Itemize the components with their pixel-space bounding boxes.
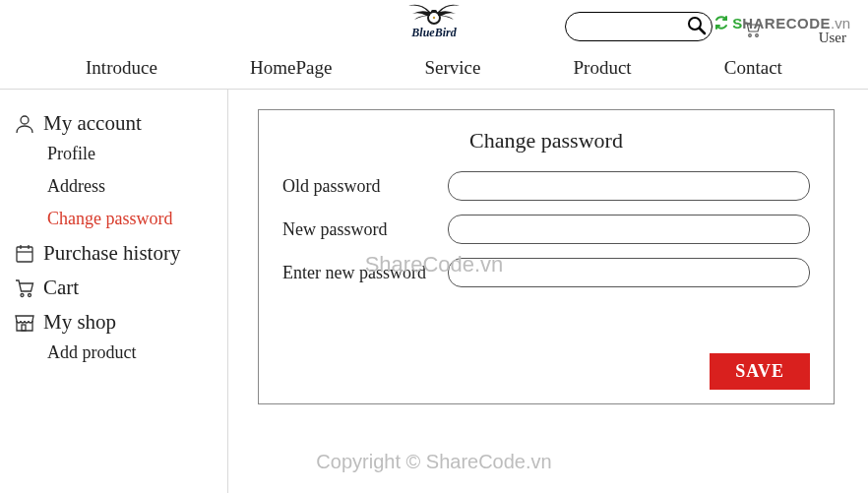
sidebar-add-product[interactable]: Add product bbox=[14, 342, 219, 363]
svg-point-7 bbox=[21, 116, 29, 124]
site-logo[interactable]: BlueBird bbox=[406, 2, 462, 40]
svg-point-2 bbox=[433, 17, 435, 19]
sidebar-account-label: My account bbox=[43, 111, 142, 136]
sidebar-change-password[interactable]: Change password bbox=[14, 209, 219, 229]
user-icon bbox=[14, 113, 35, 135]
svg-point-6 bbox=[756, 34, 759, 37]
svg-point-18 bbox=[29, 293, 31, 296]
recycle-icon bbox=[713, 14, 730, 31]
logo-text: BlueBird bbox=[406, 26, 462, 40]
sidebar-my-shop-label: My shop bbox=[43, 310, 116, 335]
user-label[interactable]: User bbox=[819, 30, 846, 46]
calendar-icon bbox=[14, 243, 35, 265]
sidebar-cart[interactable]: Cart bbox=[14, 276, 219, 300]
brand-s: S bbox=[732, 15, 742, 31]
sidebar-address[interactable]: Address bbox=[14, 176, 219, 197]
nav-homepage[interactable]: HomePage bbox=[250, 57, 332, 79]
save-button[interactable]: SAVE bbox=[710, 353, 810, 390]
new-password-input[interactable] bbox=[448, 215, 810, 244]
cart-icon bbox=[14, 277, 35, 299]
search-icon bbox=[687, 16, 707, 35]
sidebar-my-account[interactable]: My account bbox=[14, 111, 219, 136]
svg-rect-8 bbox=[17, 247, 32, 262]
shop-icon bbox=[14, 312, 35, 334]
sidebar-purchase-history[interactable]: Purchase history bbox=[14, 241, 219, 266]
svg-point-17 bbox=[21, 293, 24, 296]
confirm-password-input[interactable] bbox=[448, 258, 810, 287]
nav-service[interactable]: Service bbox=[424, 57, 480, 79]
search-wrap bbox=[565, 12, 713, 41]
brand-suffix: .vn bbox=[831, 15, 850, 31]
panel-title: Change password bbox=[282, 128, 810, 154]
nav-contact[interactable]: Contact bbox=[724, 57, 782, 79]
nav-product[interactable]: Product bbox=[574, 57, 632, 79]
nav-introduce[interactable]: Introduce bbox=[86, 57, 157, 79]
search-button[interactable] bbox=[687, 16, 707, 38]
sidebar-cart-label: Cart bbox=[43, 276, 79, 300]
old-password-label: Old password bbox=[282, 176, 448, 197]
confirm-password-label: Enter new password bbox=[282, 263, 448, 283]
logo-wings-icon bbox=[406, 2, 462, 28]
sidebar-profile[interactable]: Profile bbox=[14, 144, 219, 164]
sidebar-purchase-history-label: Purchase history bbox=[43, 241, 180, 266]
svg-rect-1 bbox=[431, 10, 437, 13]
new-password-label: New password bbox=[282, 219, 448, 240]
brand-txt: HARECODE bbox=[742, 15, 831, 31]
main-nav: Introduce HomePage Service Product Conta… bbox=[0, 53, 868, 90]
old-password-input[interactable] bbox=[448, 171, 810, 201]
change-password-panel: Change password Old password New passwor… bbox=[258, 109, 835, 404]
svg-rect-19 bbox=[22, 325, 26, 331]
svg-line-4 bbox=[700, 29, 705, 33]
sidebar-my-shop[interactable]: My shop bbox=[14, 310, 219, 335]
svg-point-5 bbox=[749, 34, 752, 37]
sidebar: My account Profile Address Change passwo… bbox=[0, 90, 228, 493]
